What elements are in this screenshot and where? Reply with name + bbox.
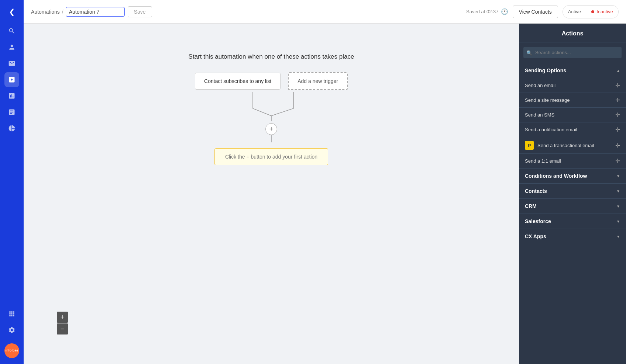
transactional-p-icon: P — [525, 141, 534, 150]
drag-icon-11-email: ✛ — [615, 157, 620, 164]
status-inactive-button[interactable]: Inactive — [586, 7, 618, 17]
inactive-dot — [591, 10, 594, 13]
salesforce-chevron — [616, 219, 620, 224]
zoom-controls: + − — [57, 312, 68, 334]
cx-apps-label: CX Apps — [525, 233, 546, 239]
sidebar-back-arrow[interactable]: ❮ — [4, 4, 19, 19]
sidebar-item-pie[interactable] — [4, 121, 19, 136]
clock-icon: 🕐 — [501, 8, 508, 15]
drag-icon-sms: ✛ — [615, 111, 620, 118]
sidebar-item-automations[interactable] — [4, 72, 19, 87]
automation-name-input[interactable] — [66, 7, 125, 17]
drag-icon-send-email: ✛ — [615, 82, 620, 89]
section-conditions-workflow[interactable]: Conditions and Workflow — [519, 168, 626, 183]
sidebar-item-apps[interactable] — [4, 306, 19, 321]
canvas-area: Start this automation when one of these … — [24, 24, 519, 364]
trigger-contact-subscribes[interactable]: Contact subscribes to any list — [195, 73, 281, 90]
breadcrumb-separator: / — [62, 9, 63, 15]
action-send-transactional-email[interactable]: P Send a transactional email ✛ — [519, 137, 626, 153]
section-cx-apps[interactable]: CX Apps — [519, 229, 626, 244]
contacts-label: Contacts — [525, 188, 547, 194]
action-send-notification-email[interactable]: Send a notification email ✛ — [519, 122, 626, 137]
salesforce-label: Salesforce — [525, 218, 551, 224]
connector-line-2 — [271, 135, 272, 142]
zoom-in-button[interactable]: + — [57, 312, 68, 323]
section-sending-options[interactable]: Sending Options — [519, 63, 626, 78]
sidebar-item-search[interactable] — [4, 24, 19, 38]
drag-icon-notification-email: ✛ — [615, 126, 620, 133]
app-logo[interactable]: info bae — [4, 343, 19, 358]
left-sidebar: ❮ info bae — [0, 0, 24, 364]
conditions-workflow-label: Conditions and Workflow — [525, 173, 587, 179]
right-panel: Actions 🔍 Sending Options Send an email … — [519, 24, 626, 364]
sending-options-items: Send an email ✛ Send a site message ✛ Se… — [519, 78, 626, 168]
status-active-button[interactable]: Active — [563, 7, 586, 17]
topbar: Automations / Save Saved at 02:37 🕐 View… — [24, 0, 626, 24]
action-send-sms[interactable]: Send an SMS ✛ — [519, 107, 626, 122]
sidebar-item-email[interactable] — [4, 56, 19, 71]
main-area: Automations / Save Saved at 02:37 🕐 View… — [24, 0, 626, 364]
contacts-chevron — [616, 188, 620, 194]
search-actions-input[interactable] — [523, 47, 622, 58]
trigger-row: Contact subscribes to any list Add a new… — [195, 72, 348, 90]
action-send-email[interactable]: Send an email ✛ — [519, 78, 626, 93]
crm-label: CRM — [525, 203, 537, 209]
drag-icon-site-message: ✛ — [615, 97, 620, 104]
sending-options-chevron — [616, 68, 620, 73]
sidebar-item-reports[interactable] — [4, 89, 19, 103]
breadcrumb-automations-link[interactable]: Automations — [31, 9, 60, 15]
status-toggle: Active Inactive — [563, 5, 619, 18]
canvas-title: Start this automation when one of these … — [189, 53, 354, 60]
connector-lines — [223, 90, 319, 123]
search-box: 🔍 — [523, 47, 622, 58]
zoom-out-button[interactable]: − — [57, 323, 68, 334]
sidebar-item-settings[interactable] — [4, 323, 19, 337]
view-contacts-button[interactable]: View Contacts — [513, 6, 558, 18]
action-hint-box: Click the + button to add your first act… — [214, 148, 328, 165]
section-salesforce[interactable]: Salesforce — [519, 214, 626, 229]
topbar-right: Saved at 02:37 🕐 View Contacts Active In… — [466, 5, 619, 18]
action-send-site-message[interactable]: Send a site message ✛ — [519, 93, 626, 107]
saved-info: Saved at 02:37 🕐 — [466, 8, 508, 15]
cx-apps-chevron — [616, 234, 620, 239]
section-contacts[interactable]: Contacts — [519, 183, 626, 198]
add-action-button[interactable]: + — [265, 123, 277, 135]
breadcrumb: Automations / — [31, 7, 125, 17]
automation-canvas: Start this automation when one of these … — [24, 24, 519, 364]
add-trigger-button[interactable]: Add a new trigger — [288, 72, 348, 90]
section-crm[interactable]: CRM — [519, 198, 626, 214]
sidebar-item-contacts[interactable] — [4, 40, 19, 55]
crm-chevron — [616, 204, 620, 209]
saved-text: Saved at 02:37 — [466, 9, 498, 14]
drag-icon-transactional-email: ✛ — [615, 142, 620, 149]
search-icon: 🔍 — [526, 50, 532, 55]
inactive-label: Inactive — [596, 9, 613, 14]
action-send-11-email[interactable]: Send a 1:1 email ✛ — [519, 153, 626, 168]
save-button[interactable]: Save — [128, 6, 152, 17]
right-panel-title: Actions — [519, 24, 626, 42]
sidebar-item-forms[interactable] — [4, 105, 19, 119]
sending-options-label: Sending Options — [525, 67, 566, 73]
conditions-workflow-chevron — [616, 173, 620, 178]
